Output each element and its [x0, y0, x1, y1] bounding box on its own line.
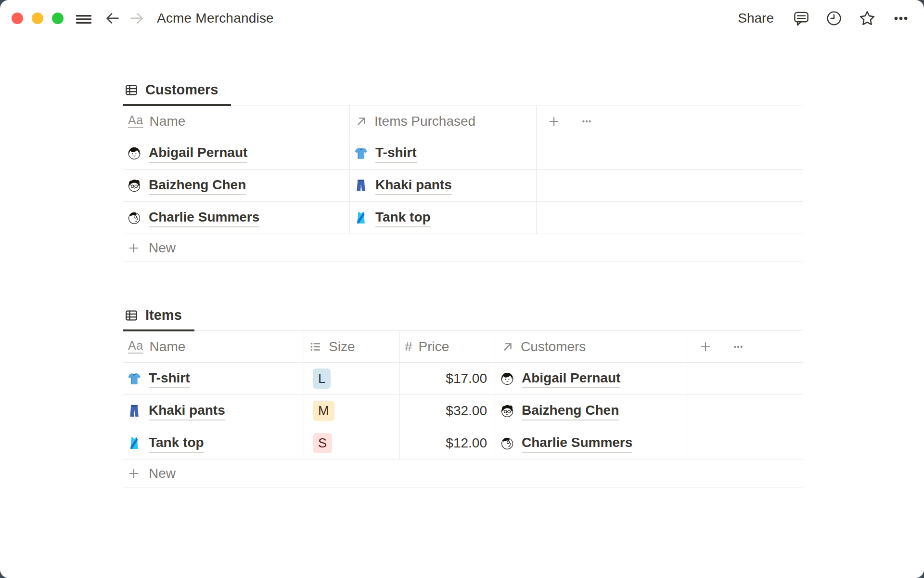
relation-link[interactable]: T-shirt [375, 144, 417, 163]
empty-cell[interactable] [537, 170, 803, 201]
avatar-charlie-icon [127, 210, 141, 225]
close-window-button[interactable] [12, 13, 23, 24]
column-label: Items Purchased [374, 114, 475, 129]
add-column-icon[interactable] [547, 115, 561, 128]
relation-link[interactable]: Khaki pants [375, 176, 452, 195]
customers-view-tabs: Customers [123, 82, 803, 105]
tab-items-table-view[interactable]: Items [123, 307, 194, 331]
ellipsis-icon [892, 10, 910, 27]
number-property-icon: # [405, 340, 412, 354]
empty-cell[interactable] [537, 137, 803, 169]
favorite-button[interactable] [859, 10, 876, 27]
empty-cell[interactable] [688, 363, 803, 394]
page-link[interactable]: T-shirt [149, 369, 190, 388]
column-header-name[interactable]: Aa Name [123, 105, 350, 137]
add-column-icon[interactable] [699, 340, 712, 354]
forward-button[interactable] [129, 11, 144, 26]
back-button[interactable] [105, 11, 120, 26]
page-link[interactable]: Abigail Pernaut [149, 144, 247, 163]
table-options-icon[interactable] [732, 340, 745, 354]
items-header-row: Aa Name Size # Price Customers [123, 331, 803, 363]
size-cell[interactable]: M [304, 395, 400, 427]
tshirt-icon [127, 371, 141, 386]
sidebar-toggle-button[interactable] [75, 12, 92, 25]
zoom-window-button[interactable] [52, 13, 64, 24]
tab-customers-table-view[interactable]: Customers [123, 82, 231, 106]
relation-link[interactable]: Abigail Pernaut [522, 369, 620, 388]
column-header-items-purchased[interactable]: Items Purchased [350, 105, 537, 137]
price-cell[interactable]: $32.00 [400, 395, 496, 427]
table-row[interactable]: Khaki pants M $32.00 Baizheng Chen [123, 395, 803, 427]
more-options-button[interactable] [892, 10, 910, 27]
size-cell[interactable]: S [304, 427, 400, 459]
new-row-button[interactable]: New [123, 234, 803, 262]
page-link[interactable]: Tank top [149, 434, 204, 453]
column-header-customers[interactable]: Customers [496, 331, 688, 362]
name-cell[interactable]: T-shirt [123, 363, 304, 394]
column-header-name[interactable]: Aa Name [123, 331, 304, 362]
column-label: Name [150, 339, 186, 355]
share-button[interactable]: Share [738, 11, 774, 26]
avatar-abigail-icon [127, 146, 141, 160]
comment-icon [793, 10, 809, 26]
star-icon [859, 10, 876, 27]
tank-top-icon [354, 210, 368, 225]
table-row[interactable]: Baizheng Chen Khaki pants [123, 170, 803, 202]
size-badge[interactable]: L [313, 368, 331, 389]
relation-link[interactable]: Baizheng Chen [522, 402, 619, 420]
items-purchased-cell[interactable]: T-shirt [350, 137, 537, 169]
size-cell[interactable]: L [304, 363, 400, 394]
page-link[interactable]: Khaki pants [149, 402, 225, 420]
name-cell[interactable]: Tank top [123, 427, 304, 459]
table-view-icon [124, 83, 139, 97]
minimize-window-button[interactable] [32, 13, 43, 24]
empty-cell[interactable] [688, 427, 803, 459]
page-link[interactable]: Baizheng Chen [149, 176, 246, 195]
comments-button[interactable] [793, 10, 809, 26]
size-badge[interactable]: S [313, 433, 332, 453]
back-arrow-icon [105, 11, 120, 26]
page-link[interactable]: Charlie Summers [149, 209, 259, 227]
text-property-icon: Aa [128, 340, 143, 354]
price-cell[interactable]: $17.00 [400, 363, 496, 394]
price-cell[interactable]: $12.00 [400, 427, 496, 459]
tab-label: Customers [145, 82, 218, 98]
notion-window: Acme Merchandise Share Customers [0, 0, 924, 578]
customers-cell[interactable]: Charlie Summers [496, 427, 688, 459]
column-header-price[interactable]: # Price [400, 331, 496, 362]
relation-link[interactable]: Charlie Summers [522, 434, 632, 453]
name-cell[interactable]: Abigail Pernaut [123, 137, 350, 169]
column-label: Name [150, 114, 186, 129]
window-titlebar: Acme Merchandise Share [0, 0, 924, 37]
customers-header-actions [537, 105, 803, 137]
tab-label: Items [145, 307, 182, 323]
page-content: Customers Aa Name Items Purchased [0, 37, 924, 487]
name-cell[interactable]: Khaki pants [123, 395, 304, 427]
window-controls [12, 13, 64, 24]
items-purchased-cell[interactable]: Khaki pants [350, 170, 537, 201]
empty-cell[interactable] [688, 395, 803, 427]
items-view-tabs: Items [123, 307, 803, 331]
empty-cell[interactable] [537, 202, 803, 234]
select-property-icon [309, 340, 322, 354]
name-cell[interactable]: Charlie Summers [123, 202, 350, 234]
table-options-icon[interactable] [580, 115, 593, 128]
customers-cell[interactable]: Abigail Pernaut [496, 363, 688, 394]
relation-link[interactable]: Tank top [375, 209, 431, 227]
column-label: Customers [521, 339, 586, 355]
relation-arrow-icon [501, 340, 514, 354]
table-row[interactable]: T-shirt L $17.00 Abigail Pernaut [123, 363, 803, 395]
name-cell[interactable]: Baizheng Chen [123, 170, 350, 201]
items-purchased-cell[interactable]: Tank top [350, 202, 537, 234]
customers-cell[interactable]: Baizheng Chen [496, 395, 688, 427]
new-row-button[interactable]: New [123, 460, 803, 487]
column-header-size[interactable]: Size [304, 331, 400, 362]
table-row[interactable]: Charlie Summers Tank top [123, 202, 803, 234]
table-row[interactable]: Tank top S $12.00 Charlie Summers [123, 427, 803, 460]
jeans-icon [127, 404, 141, 418]
tshirt-icon [354, 146, 368, 160]
table-row[interactable]: Abigail Pernaut T-shirt [123, 137, 803, 170]
new-row-label: New [149, 466, 176, 481]
size-badge[interactable]: M [313, 401, 334, 421]
updates-button[interactable] [826, 10, 842, 26]
